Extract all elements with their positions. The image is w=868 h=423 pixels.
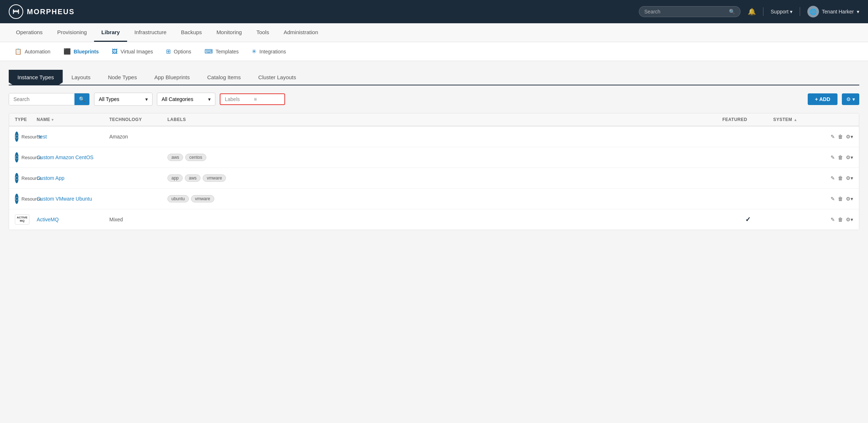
name-link-3[interactable]: Custom App xyxy=(37,175,64,181)
label-badge-ubuntu: ubuntu xyxy=(167,195,189,202)
tab-catalog-items[interactable]: Catalog Items xyxy=(199,70,250,85)
delete-icon-3[interactable]: 🗑 xyxy=(838,175,843,181)
divider xyxy=(763,7,763,16)
subnav-virtual-images[interactable]: 🖼 Virtual Images xyxy=(106,45,159,58)
user-menu[interactable]: 🌐 Tenant Harker ▾ xyxy=(807,6,859,17)
logo-text: MORPHEUS xyxy=(27,8,75,16)
data-table: TYPE NAME ▾ TECHNOLOGY LABELS FEATURED S… xyxy=(9,113,859,230)
support-button[interactable]: Support ▾ xyxy=(771,9,792,15)
config-icon-4[interactable]: ⚙▾ xyxy=(846,196,853,202)
nav-item-administration[interactable]: Administration xyxy=(276,23,325,42)
nav-item-operations[interactable]: Operations xyxy=(9,23,50,42)
delete-icon-4[interactable]: 🗑 xyxy=(838,196,843,202)
tab-node-types[interactable]: Node Types xyxy=(99,70,146,85)
edit-icon-5[interactable]: ✎ xyxy=(831,217,835,222)
subnav-blueprints-label: Blueprints xyxy=(74,49,99,55)
global-search-input[interactable] xyxy=(644,9,726,15)
top-bar: MORPHEUS 🔍 🔔 Support ▾ 🌐 Tenant Harker ▾ xyxy=(0,0,868,23)
actions-cell-5: ✎ 🗑 ⚙▾ xyxy=(824,217,853,222)
col-type: TYPE xyxy=(15,117,37,122)
col-technology: TECHNOLOGY xyxy=(109,117,167,122)
edit-icon-3[interactable]: ✎ xyxy=(831,175,835,181)
add-button[interactable]: + ADD xyxy=(808,93,837,105)
nav-item-provisioning[interactable]: Provisioning xyxy=(50,23,94,42)
labels-filter[interactable]: Labels ≡ xyxy=(220,93,285,105)
logo-area: MORPHEUS xyxy=(9,4,75,19)
featured-checkmark-5: ✓ xyxy=(745,216,751,223)
name-cell-5: ActiveMQ xyxy=(37,217,109,222)
delete-icon-5[interactable]: 🗑 xyxy=(838,217,843,222)
edit-icon-4[interactable]: ✎ xyxy=(831,196,835,202)
nav-item-tools[interactable]: Tools xyxy=(249,23,276,42)
name-link-5[interactable]: ActiveMQ xyxy=(37,217,59,222)
secondary-nav: 📋 Automation ⬛ Blueprints 🖼 Virtual Imag… xyxy=(0,42,868,61)
featured-cell-5: ✓ xyxy=(722,215,773,223)
label-badge-aws: aws xyxy=(167,154,183,161)
subnav-templates[interactable]: ⌨ Templates xyxy=(199,45,245,58)
subnav-integrations-label: Integrations xyxy=(259,49,286,55)
delete-icon-1[interactable]: 🗑 xyxy=(838,134,843,140)
table-row: ⬡ Resource Custom Amazon CentOS aws cent… xyxy=(9,147,859,168)
name-link-2[interactable]: Custom Amazon CentOS xyxy=(37,154,93,160)
actions-cell-3: ✎ 🗑 ⚙▾ xyxy=(824,175,853,181)
col-featured: FEATURED xyxy=(722,117,773,122)
automation-icon: 📋 xyxy=(15,48,22,55)
type-cell-3: ⬡ Resource xyxy=(15,173,37,183)
edit-icon-2[interactable]: ✎ xyxy=(831,154,835,160)
label-badge-centos: centos xyxy=(185,154,206,161)
config-icon-3[interactable]: ⚙▾ xyxy=(846,175,853,181)
nav-item-backups[interactable]: Backups xyxy=(174,23,209,42)
resource-icon-3: ⬡ xyxy=(15,173,19,183)
search-input[interactable] xyxy=(9,93,74,105)
col-actions xyxy=(824,117,853,122)
col-name[interactable]: NAME ▾ xyxy=(37,117,109,122)
nav-item-monitoring[interactable]: Monitoring xyxy=(209,23,249,42)
blueprints-icon: ⬛ xyxy=(64,48,71,55)
types-select[interactable]: All Types xyxy=(99,96,142,102)
edit-icon-1[interactable]: ✎ xyxy=(831,134,835,140)
label-badge-vmware2: vmware xyxy=(191,195,214,202)
subnav-integrations[interactable]: ✳ Integrations xyxy=(246,45,292,58)
filters-row: 🔍 All Types ▾ All Categories ▾ Labels ≡ … xyxy=(9,93,859,106)
tab-app-blueprints[interactable]: App Blueprints xyxy=(146,70,199,85)
table-row: ACTIVEMQ ActiveMQ Mixed ✓ ✎ 🗑 ⚙▾ xyxy=(9,209,859,230)
table-row: ⬡ Resource Custom App app aws vmware ✎ 🗑… xyxy=(9,168,859,189)
subnav-blueprints[interactable]: ⬛ Blueprints xyxy=(58,45,105,58)
type-cell-5: ACTIVEMQ xyxy=(15,214,37,225)
labels-cell-2: aws centos xyxy=(167,154,722,161)
tabs-bar: Instance Types Layouts Node Types App Bl… xyxy=(9,70,859,85)
col-system[interactable]: SYSTEM ▲ xyxy=(773,117,824,122)
config-icon-1[interactable]: ⚙▾ xyxy=(846,134,853,140)
types-filter[interactable]: All Types ▾ xyxy=(94,93,153,106)
type-cell-4: ⬡ Resource xyxy=(15,194,37,204)
name-sort-icon: ▾ xyxy=(52,118,54,122)
nav-item-library[interactable]: Library xyxy=(94,23,127,42)
name-link-1[interactable]: *test xyxy=(37,134,47,140)
config-icon-5[interactable]: ⚙▾ xyxy=(846,217,853,222)
settings-button[interactable]: ⚙ ▾ xyxy=(842,93,859,105)
support-label: Support xyxy=(771,9,788,15)
tab-cluster-layouts[interactable]: Cluster Layouts xyxy=(250,70,305,85)
config-icon-2[interactable]: ⚙▾ xyxy=(846,154,853,160)
table-row: ⬡ Resource *test Amazon ✎ 🗑 ⚙▾ xyxy=(9,126,859,147)
labels-placeholder: Labels xyxy=(225,96,251,102)
search-wrap[interactable]: 🔍 xyxy=(9,93,90,105)
name-cell-1: *test xyxy=(37,134,109,140)
labels-cell-4: ubuntu vmware xyxy=(167,195,722,202)
templates-icon: ⌨ xyxy=(204,48,213,55)
tab-instance-types[interactable]: Instance Types xyxy=(9,70,63,85)
search-button[interactable]: 🔍 xyxy=(74,93,89,105)
name-link-4[interactable]: Custom VMware Ubuntu xyxy=(37,196,92,202)
tab-layouts[interactable]: Layouts xyxy=(63,70,100,85)
name-cell-2: Custom Amazon CentOS xyxy=(37,154,109,160)
nav-item-infrastructure[interactable]: Infrastructure xyxy=(127,23,174,42)
delete-icon-2[interactable]: 🗑 xyxy=(838,154,843,160)
categories-filter[interactable]: All Categories ▾ xyxy=(157,93,215,106)
subnav-automation[interactable]: 📋 Automation xyxy=(9,45,56,58)
subnav-options[interactable]: ⊞ Options xyxy=(160,45,197,58)
notifications-icon[interactable]: 🔔 xyxy=(748,8,756,16)
col-labels: LABELS xyxy=(167,117,722,122)
categories-select[interactable]: All Categories xyxy=(162,96,205,102)
actions-cell-2: ✎ 🗑 ⚙▾ xyxy=(824,154,853,160)
global-search-bar[interactable]: 🔍 xyxy=(639,6,741,17)
